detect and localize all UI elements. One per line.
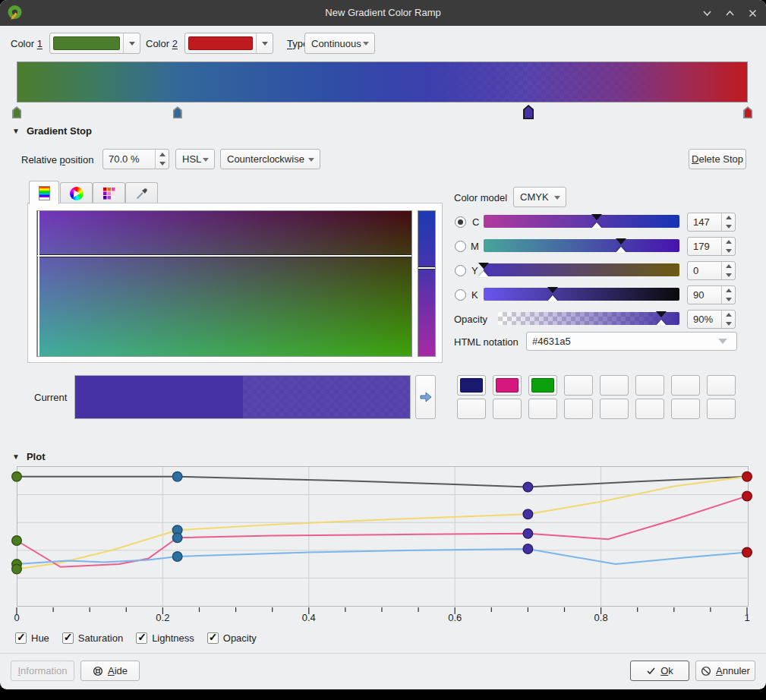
- swatch-cell-empty[interactable]: [707, 399, 736, 419]
- gradient-ramp-fill: [17, 62, 747, 102]
- information-label: Information: [17, 665, 67, 676]
- gradient-stop-marker[interactable]: [12, 106, 21, 118]
- swatch-cell-empty[interactable]: [671, 375, 700, 396]
- checkbox-lightness[interactable]: ✓Lightness: [136, 632, 194, 644]
- add-to-swatches-button[interactable]: [415, 375, 436, 419]
- slider-c-track[interactable]: [484, 215, 679, 228]
- chevron-down-icon[interactable]: [256, 33, 273, 53]
- opacity-slider-handle[interactable]: [656, 312, 667, 325]
- color-box-area[interactable]: [36, 210, 412, 357]
- tab-color-picker[interactable]: [125, 182, 158, 203]
- tab-swatches[interactable]: [93, 182, 125, 203]
- relative-position-spinbox[interactable]: 70.0 %: [102, 149, 169, 169]
- checkbox-saturation-label: Saturation: [78, 632, 123, 644]
- delete-stop-button[interactable]: Delete Stop: [689, 149, 746, 169]
- swatch-cell-empty[interactable]: [600, 399, 629, 419]
- gradient-stop-marker-selected[interactable]: [523, 105, 534, 119]
- swatch-cell-empty[interactable]: [528, 399, 557, 419]
- swatch-cell-empty[interactable]: [493, 399, 522, 419]
- color-box-y-selector[interactable]: [37, 254, 411, 257]
- html-notation-input[interactable]: [526, 332, 737, 351]
- slider-y-handle[interactable]: [478, 263, 489, 276]
- slider-m-spinbox[interactable]: 179: [687, 237, 736, 256]
- radio-m[interactable]: [455, 241, 466, 252]
- slider-k-track[interactable]: [484, 288, 679, 301]
- shade-icon[interactable]: [701, 7, 713, 19]
- color-spec-select[interactable]: HSL: [175, 149, 215, 169]
- html-notation-dropdown-icon[interactable]: [718, 339, 727, 344]
- swatches-icon: [102, 187, 116, 200]
- radio-k[interactable]: [455, 289, 466, 301]
- direction-value: Counterclockwise: [227, 153, 304, 165]
- spin-down-icon[interactable]: [722, 222, 735, 232]
- spin-down-icon[interactable]: [722, 320, 735, 329]
- ok-button[interactable]: Ok: [630, 661, 689, 681]
- gradient-stop-marker[interactable]: [173, 106, 182, 118]
- spin-up-icon[interactable]: [722, 262, 735, 271]
- spin-up-icon[interactable]: [156, 150, 169, 159]
- vertical-slider-selector[interactable]: [418, 266, 435, 270]
- swatch-cell-empty[interactable]: [564, 375, 593, 396]
- swatch-cell-empty[interactable]: [564, 399, 593, 419]
- radio-c[interactable]: [455, 216, 466, 228]
- gradient-stop-marker[interactable]: [743, 106, 752, 118]
- collapse-triangle-icon[interactable]: ▼: [12, 127, 20, 135]
- swatch-cell-empty[interactable]: [635, 399, 664, 419]
- color-model-select[interactable]: CMYK: [513, 187, 566, 207]
- spin-down-icon[interactable]: [156, 159, 169, 169]
- cancel-button[interactable]: Annuler: [695, 661, 755, 681]
- slider-y-spinbox[interactable]: 0: [687, 261, 736, 280]
- checkbox-hue-label: Hue: [31, 632, 49, 644]
- slider-m-track[interactable]: [484, 239, 679, 252]
- direction-select[interactable]: Counterclockwise: [220, 149, 320, 169]
- gradient-ramp-preview[interactable]: [17, 61, 748, 102]
- spin-up-icon[interactable]: [722, 311, 735, 320]
- gradient-stop-section-header[interactable]: ▼ Gradient Stop: [12, 125, 92, 137]
- unshade-icon[interactable]: [723, 7, 736, 19]
- slider-k-handle[interactable]: [547, 288, 558, 301]
- color-wheel-icon: [70, 187, 84, 200]
- check-icon: [646, 666, 656, 676]
- opacity-spinbox[interactable]: 90%: [687, 310, 736, 329]
- opacity-slider-track[interactable]: [498, 312, 679, 325]
- radio-y[interactable]: [455, 265, 466, 276]
- checkbox-saturation[interactable]: ✓Saturation: [62, 632, 123, 644]
- spin-up-icon[interactable]: [722, 286, 735, 295]
- swatch-cell-empty[interactable]: [671, 399, 700, 419]
- swatch-cell-empty[interactable]: [707, 375, 736, 396]
- plot-section-header[interactable]: ▼ Plot: [12, 451, 45, 462]
- spin-down-icon[interactable]: [722, 295, 735, 304]
- slider-c-handle[interactable]: [591, 215, 602, 228]
- swatch-cell-filled[interactable]: [493, 375, 522, 396]
- swatch-cell-filled[interactable]: [528, 375, 557, 396]
- checkbox-opacity[interactable]: ✓Opacity: [207, 632, 257, 644]
- slider-c-spinbox[interactable]: 147: [687, 213, 736, 232]
- swatch-cell-empty[interactable]: [600, 375, 629, 396]
- plot-xaxis-labels: 00.20.40.60.81: [0, 612, 766, 626]
- color2-button[interactable]: [184, 33, 273, 54]
- spin-down-icon[interactable]: [722, 271, 735, 280]
- color-component-vertical-slider[interactable]: [418, 210, 436, 357]
- collapse-triangle-icon[interactable]: ▼: [12, 452, 20, 461]
- color1-button[interactable]: [49, 33, 140, 54]
- cancel-icon: [701, 666, 711, 676]
- information-button[interactable]: Information: [11, 661, 74, 681]
- spin-down-icon[interactable]: [722, 247, 735, 256]
- type-select[interactable]: Continuous: [304, 33, 375, 54]
- plot-svg[interactable]: [17, 466, 748, 618]
- swatch-cell-filled[interactable]: [457, 375, 486, 396]
- slider-m-handle[interactable]: [616, 239, 626, 252]
- spin-up-icon[interactable]: [722, 213, 735, 222]
- spin-up-icon[interactable]: [722, 238, 735, 247]
- swatch-cell-empty[interactable]: [635, 375, 664, 396]
- checkbox-hue[interactable]: ✓Hue: [15, 632, 49, 644]
- slider-y-track[interactable]: [484, 263, 679, 276]
- close-icon[interactable]: [746, 7, 758, 19]
- chevron-down-icon[interactable]: [123, 33, 140, 53]
- slider-k-spinbox[interactable]: 90: [687, 285, 736, 304]
- help-button[interactable]: Aide: [80, 661, 140, 681]
- tab-color-box[interactable]: [29, 181, 59, 204]
- swatch-cell-empty[interactable]: [457, 399, 486, 419]
- tab-color-wheel[interactable]: [60, 182, 93, 203]
- color-box-x-selector[interactable]: [38, 211, 39, 356]
